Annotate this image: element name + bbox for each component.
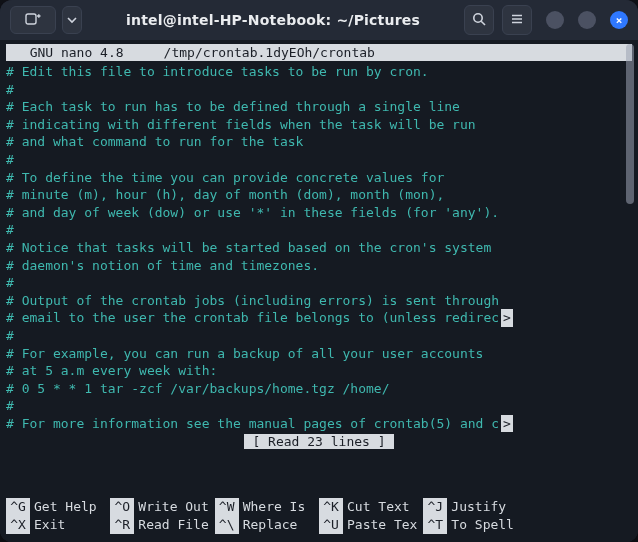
shortcut-key: ^W [215, 498, 239, 516]
scrollbar-thumb[interactable] [626, 44, 634, 204]
window-title: intel@intel-HP-Notebook: ~/Pictures [90, 12, 456, 28]
new-tab-button[interactable] [10, 6, 56, 34]
maximize-button[interactable] [578, 11, 596, 29]
editor-line: # For more information see the manual pa… [6, 415, 632, 433]
editor-line: # For example, you can run a backup of a… [6, 345, 632, 363]
chevron-down-icon [67, 13, 77, 28]
shortcut-label: Get Help [34, 498, 97, 516]
shortcut-row-1: ^GGet Help^OWrite Out^WWhere Is^KCut Tex… [6, 498, 632, 516]
shortcut-label: Read File [138, 516, 208, 534]
shortcut-label: To Spell [451, 516, 514, 534]
svg-rect-0 [26, 14, 36, 24]
line-truncation-indicator: > [501, 309, 513, 327]
nano-title-bar: GNU nano 4.8 /tmp/crontab.1dyEOh/crontab [6, 44, 632, 61]
shortcut-key: ^J [423, 498, 447, 516]
shortcut-item: ^TTo Spell [423, 516, 527, 534]
shortcut-key: ^\ [215, 516, 239, 534]
shortcut-key: ^X [6, 516, 30, 534]
close-icon: × [616, 14, 623, 27]
shortcut-label: Cut Text [347, 498, 410, 516]
close-button[interactable]: × [610, 11, 628, 29]
shortcut-label: Paste Tex [347, 516, 417, 534]
editor-line: # [6, 81, 632, 99]
nano-status-message: [ Read 23 lines ] [244, 434, 393, 449]
editor-line: # [6, 274, 632, 292]
shortcut-label: Replace [243, 516, 298, 534]
shortcut-key: ^G [6, 498, 30, 516]
editor-line: # [6, 151, 632, 169]
terminal-window: intel@intel-HP-Notebook: ~/Pictures × GN… [0, 0, 638, 542]
editor-line: # 0 5 * * 1 tar -zcf /var/backups/home.t… [6, 380, 632, 398]
editor-line: # [6, 397, 632, 415]
shortcut-item: ^UPaste Tex [319, 516, 423, 534]
line-truncation-indicator: > [501, 415, 513, 433]
shortcut-key: ^U [319, 516, 343, 534]
shortcut-label: Exit [34, 516, 65, 534]
editor-line: # Notice that tasks will be started base… [6, 239, 632, 257]
titlebar-right-controls: × [464, 5, 628, 35]
editor-line: # [6, 327, 632, 345]
shortcut-item: ^RRead File [110, 516, 214, 534]
editor-line: # Output of the crontab jobs (including … [6, 292, 632, 310]
shortcut-item [528, 516, 632, 534]
hamburger-icon [510, 12, 524, 29]
shortcut-item [528, 498, 632, 516]
shortcut-key: ^K [319, 498, 343, 516]
minimize-button[interactable] [546, 11, 564, 29]
editor-line: # minute (m), hour (h), day of month (do… [6, 186, 632, 204]
editor-line: # To define the time you can provide con… [6, 169, 632, 187]
nano-shortcut-bar: ^GGet Help^OWrite Out^WWhere Is^KCut Tex… [6, 498, 632, 534]
shortcut-item: ^XExit [6, 516, 110, 534]
editor-line: # [6, 221, 632, 239]
shortcut-item: ^\Replace [215, 516, 319, 534]
terminal-viewport[interactable]: GNU nano 4.8 /tmp/crontab.1dyEOh/crontab… [0, 40, 638, 542]
search-icon [472, 12, 486, 29]
new-tab-icon [25, 12, 41, 29]
editor-line: # email to the user the crontab file bel… [6, 309, 632, 327]
shortcut-label: Where Is [243, 498, 306, 516]
shortcut-key: ^O [110, 498, 134, 516]
shortcut-row-2: ^XExit^RRead File^\Replace^UPaste Tex^TT… [6, 516, 632, 534]
new-tab-dropdown[interactable] [62, 6, 82, 34]
nano-status-line: [ Read 23 lines ] [6, 434, 632, 449]
editor-line: # daemon's notion of time and timezones. [6, 257, 632, 275]
shortcut-key: ^T [423, 516, 447, 534]
shortcut-label: Justify [451, 498, 506, 516]
shortcut-item: ^WWhere Is [215, 498, 319, 516]
editor-line: # indicating with different fields when … [6, 116, 632, 134]
svg-point-3 [474, 13, 482, 21]
shortcut-label: Write Out [138, 498, 208, 516]
search-button[interactable] [464, 5, 494, 35]
shortcut-key: ^R [110, 516, 134, 534]
editor-line: # Each task to run has to be defined thr… [6, 98, 632, 116]
shortcut-item: ^OWrite Out [110, 498, 214, 516]
hamburger-menu-button[interactable] [502, 5, 532, 35]
editor-line: # Edit this file to introduce tasks to b… [6, 63, 632, 81]
editor-line: # and day of week (dow) or use '*' in th… [6, 204, 632, 222]
shortcut-item: ^JJustify [423, 498, 527, 516]
editor-buffer[interactable]: # Edit this file to introduce tasks to b… [6, 63, 632, 432]
editor-line: # and what command to run for the task [6, 133, 632, 151]
nano-file-path: /tmp/crontab.1dyEOh/crontab [164, 45, 375, 60]
editor-line: # at 5 a.m every week with: [6, 362, 632, 380]
shortcut-item: ^KCut Text [319, 498, 423, 516]
titlebar: intel@intel-HP-Notebook: ~/Pictures × [0, 0, 638, 41]
shortcut-item: ^GGet Help [6, 498, 110, 516]
titlebar-left-controls [10, 6, 82, 34]
nano-app-label: GNU nano 4.8 [8, 45, 164, 60]
svg-line-4 [481, 21, 485, 25]
